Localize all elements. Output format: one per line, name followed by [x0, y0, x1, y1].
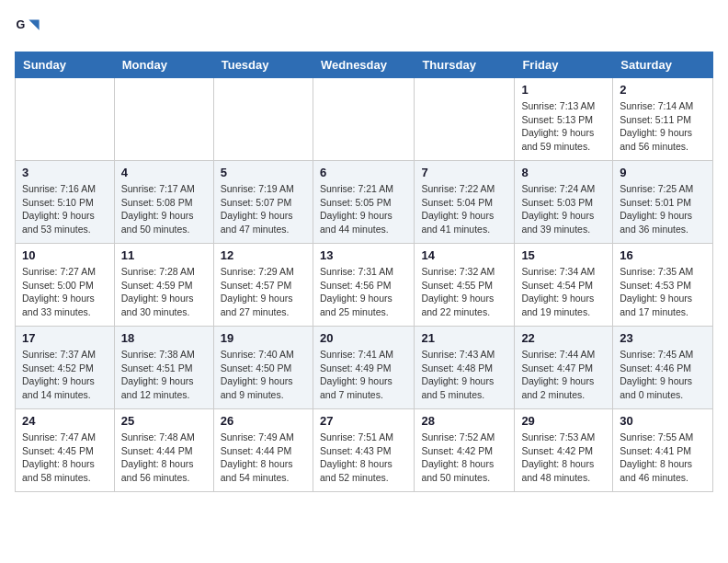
weekday-header-monday: Monday: [114, 52, 213, 78]
weekday-header-saturday: Saturday: [613, 52, 713, 78]
day-cell: 19Sunrise: 7:40 AM Sunset: 4:50 PM Dayli…: [213, 327, 313, 409]
day-cell: 15Sunrise: 7:34 AM Sunset: 4:54 PM Dayli…: [515, 244, 613, 327]
day-number: 10: [22, 248, 108, 262]
day-number: 4: [121, 166, 207, 179]
day-number: 2: [620, 83, 706, 97]
day-number: 30: [620, 414, 706, 428]
week-row-5: 24Sunrise: 7:47 AM Sunset: 4:45 PM Dayli…: [16, 409, 713, 492]
day-number: 11: [121, 248, 207, 262]
day-number: 21: [421, 331, 507, 345]
day-info: Sunrise: 7:48 AM Sunset: 4:44 PM Dayligh…: [121, 431, 207, 485]
day-number: 14: [421, 248, 507, 262]
week-row-3: 10Sunrise: 7:27 AM Sunset: 5:00 PM Dayli…: [16, 244, 713, 327]
day-number: 22: [521, 331, 606, 345]
day-number: 29: [521, 414, 606, 428]
day-number: 15: [521, 248, 606, 262]
day-cell: [415, 78, 515, 161]
day-number: 19: [221, 331, 306, 345]
calendar-header: SundayMondayTuesdayWednesdayThursdayFrid…: [16, 52, 713, 78]
day-number: 20: [320, 331, 407, 345]
day-info: Sunrise: 7:47 AM Sunset: 4:45 PM Dayligh…: [22, 431, 108, 485]
day-cell: 24Sunrise: 7:47 AM Sunset: 4:45 PM Dayli…: [16, 409, 115, 492]
day-number: 3: [22, 166, 108, 179]
day-cell: 23Sunrise: 7:45 AM Sunset: 4:46 PM Dayli…: [613, 327, 713, 409]
day-cell: 1Sunrise: 7:13 AM Sunset: 5:13 PM Daylig…: [515, 78, 613, 161]
day-cell: 22Sunrise: 7:44 AM Sunset: 4:47 PM Dayli…: [515, 327, 613, 409]
day-number: 8: [521, 166, 606, 179]
day-cell: 11Sunrise: 7:28 AM Sunset: 4:59 PM Dayli…: [114, 244, 213, 327]
day-cell: 30Sunrise: 7:55 AM Sunset: 4:41 PM Dayli…: [613, 409, 713, 492]
day-info: Sunrise: 7:37 AM Sunset: 4:52 PM Dayligh…: [22, 348, 108, 402]
day-cell: 4Sunrise: 7:17 AM Sunset: 5:08 PM Daylig…: [114, 161, 213, 244]
weekday-header-friday: Friday: [515, 52, 613, 78]
day-cell: 13Sunrise: 7:31 AM Sunset: 4:56 PM Dayli…: [313, 244, 414, 327]
week-row-4: 17Sunrise: 7:37 AM Sunset: 4:52 PM Dayli…: [16, 327, 713, 409]
day-info: Sunrise: 7:31 AM Sunset: 4:56 PM Dayligh…: [320, 265, 407, 319]
day-cell: [313, 78, 414, 161]
day-cell: 20Sunrise: 7:41 AM Sunset: 4:49 PM Dayli…: [313, 327, 414, 409]
day-info: Sunrise: 7:16 AM Sunset: 5:10 PM Dayligh…: [22, 182, 108, 236]
day-cell: 5Sunrise: 7:19 AM Sunset: 5:07 PM Daylig…: [213, 161, 313, 244]
weekday-header-thursday: Thursday: [415, 52, 515, 78]
day-cell: 29Sunrise: 7:53 AM Sunset: 4:42 PM Dayli…: [515, 409, 613, 492]
day-info: Sunrise: 7:49 AM Sunset: 4:44 PM Dayligh…: [221, 431, 306, 485]
week-row-2: 3Sunrise: 7:16 AM Sunset: 5:10 PM Daylig…: [16, 161, 713, 244]
weekday-header-wednesday: Wednesday: [313, 52, 414, 78]
logo-icon: G: [15, 15, 40, 40]
day-number: 9: [620, 166, 706, 179]
day-info: Sunrise: 7:14 AM Sunset: 5:11 PM Dayligh…: [620, 99, 706, 154]
day-cell: 12Sunrise: 7:29 AM Sunset: 4:57 PM Dayli…: [213, 244, 313, 327]
day-cell: 3Sunrise: 7:16 AM Sunset: 5:10 PM Daylig…: [16, 161, 115, 244]
day-number: 1: [521, 83, 606, 97]
weekday-header-row: SundayMondayTuesdayWednesdayThursdayFrid…: [16, 52, 713, 78]
day-cell: 2Sunrise: 7:14 AM Sunset: 5:11 PM Daylig…: [613, 78, 713, 161]
day-info: Sunrise: 7:43 AM Sunset: 4:48 PM Dayligh…: [421, 348, 507, 402]
week-row-1: 1Sunrise: 7:13 AM Sunset: 5:13 PM Daylig…: [16, 78, 713, 161]
day-cell: [114, 78, 213, 161]
day-number: 24: [22, 414, 108, 428]
day-info: Sunrise: 7:45 AM Sunset: 4:46 PM Dayligh…: [620, 348, 706, 402]
day-number: 5: [221, 166, 306, 179]
day-number: 16: [620, 248, 706, 262]
day-info: Sunrise: 7:51 AM Sunset: 4:43 PM Dayligh…: [320, 431, 407, 485]
day-info: Sunrise: 7:19 AM Sunset: 5:07 PM Dayligh…: [221, 182, 306, 236]
day-cell: 21Sunrise: 7:43 AM Sunset: 4:48 PM Dayli…: [415, 327, 515, 409]
day-info: Sunrise: 7:34 AM Sunset: 4:54 PM Dayligh…: [521, 265, 606, 319]
day-info: Sunrise: 7:21 AM Sunset: 5:05 PM Dayligh…: [320, 182, 407, 236]
weekday-header-tuesday: Tuesday: [213, 52, 313, 78]
day-info: Sunrise: 7:52 AM Sunset: 4:42 PM Dayligh…: [421, 431, 507, 485]
day-number: 13: [320, 248, 407, 262]
day-info: Sunrise: 7:24 AM Sunset: 5:03 PM Dayligh…: [521, 182, 606, 236]
day-number: 28: [421, 414, 507, 428]
day-info: Sunrise: 7:17 AM Sunset: 5:08 PM Dayligh…: [121, 182, 207, 236]
day-info: Sunrise: 7:13 AM Sunset: 5:13 PM Dayligh…: [521, 99, 606, 154]
day-info: Sunrise: 7:44 AM Sunset: 4:47 PM Dayligh…: [521, 348, 606, 402]
day-cell: 26Sunrise: 7:49 AM Sunset: 4:44 PM Dayli…: [213, 409, 313, 492]
day-number: 23: [620, 331, 706, 345]
day-cell: 8Sunrise: 7:24 AM Sunset: 5:03 PM Daylig…: [515, 161, 613, 244]
day-cell: 28Sunrise: 7:52 AM Sunset: 4:42 PM Dayli…: [415, 409, 515, 492]
day-cell: 14Sunrise: 7:32 AM Sunset: 4:55 PM Dayli…: [415, 244, 515, 327]
svg-marker-1: [28, 20, 39, 30]
day-cell: 17Sunrise: 7:37 AM Sunset: 4:52 PM Dayli…: [16, 327, 115, 409]
day-info: Sunrise: 7:55 AM Sunset: 4:41 PM Dayligh…: [620, 431, 706, 485]
day-number: 25: [121, 414, 207, 428]
calendar-table: SundayMondayTuesdayWednesdayThursdayFrid…: [15, 52, 713, 492]
day-number: 7: [421, 166, 507, 179]
day-cell: 7Sunrise: 7:22 AM Sunset: 5:04 PM Daylig…: [415, 161, 515, 244]
day-info: Sunrise: 7:22 AM Sunset: 5:04 PM Dayligh…: [421, 182, 507, 236]
day-number: 17: [22, 331, 108, 345]
day-cell: 9Sunrise: 7:25 AM Sunset: 5:01 PM Daylig…: [613, 161, 713, 244]
day-cell: 25Sunrise: 7:48 AM Sunset: 4:44 PM Dayli…: [114, 409, 213, 492]
day-info: Sunrise: 7:53 AM Sunset: 4:42 PM Dayligh…: [521, 431, 606, 485]
day-cell: [16, 78, 115, 161]
day-cell: 27Sunrise: 7:51 AM Sunset: 4:43 PM Dayli…: [313, 409, 414, 492]
svg-text:G: G: [16, 18, 25, 31]
day-info: Sunrise: 7:28 AM Sunset: 4:59 PM Dayligh…: [121, 265, 207, 319]
day-info: Sunrise: 7:35 AM Sunset: 4:53 PM Dayligh…: [620, 265, 706, 319]
day-info: Sunrise: 7:41 AM Sunset: 4:49 PM Dayligh…: [320, 348, 407, 402]
day-info: Sunrise: 7:29 AM Sunset: 4:57 PM Dayligh…: [221, 265, 306, 319]
day-number: 18: [121, 331, 207, 345]
calendar-body: 1Sunrise: 7:13 AM Sunset: 5:13 PM Daylig…: [16, 78, 713, 492]
day-cell: 16Sunrise: 7:35 AM Sunset: 4:53 PM Dayli…: [613, 244, 713, 327]
